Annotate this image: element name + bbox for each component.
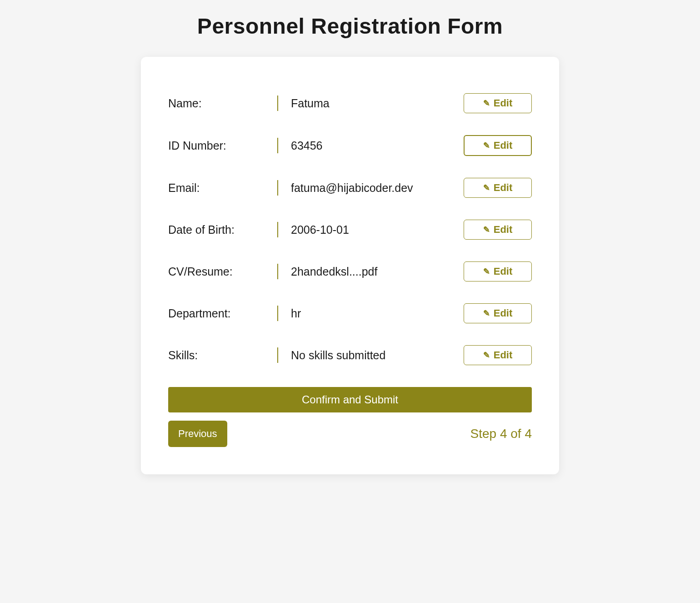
edit-button-label: Edit: [494, 224, 513, 236]
confirm-submit-button[interactable]: Confirm and Submit: [168, 387, 532, 412]
field-label-name: Name:: [168, 97, 277, 110]
edit-button-label: Edit: [494, 307, 513, 319]
field-value-cv: 2handedksl....pdf: [277, 264, 459, 279]
field-row-id: ID Number: 63456 ✎ Edit: [168, 135, 532, 156]
edit-button-id[interactable]: ✎ Edit: [464, 135, 532, 156]
field-row-name: Name: Fatuma ✎ Edit: [168, 93, 532, 113]
field-value-name: Fatuma: [277, 95, 459, 111]
field-value-email: fatuma@hijabicoder.dev: [277, 180, 459, 196]
edit-button-cv[interactable]: ✎ Edit: [464, 261, 532, 281]
pencil-icon: ✎: [483, 266, 490, 276]
edit-button-skills[interactable]: ✎ Edit: [464, 345, 532, 365]
step-indicator: Step 4 of 4: [470, 427, 532, 441]
pencil-icon: ✎: [483, 225, 490, 235]
pencil-icon: ✎: [483, 141, 490, 151]
edit-button-label: Edit: [494, 266, 513, 277]
edit-button-name[interactable]: ✎ Edit: [464, 93, 532, 113]
field-value-dob: 2006-10-01: [277, 222, 459, 237]
field-label-cv: CV/Resume:: [168, 265, 277, 278]
field-value-skills: No skills submitted: [277, 347, 459, 363]
edit-button-email[interactable]: ✎ Edit: [464, 178, 532, 198]
pencil-icon: ✎: [483, 308, 490, 318]
field-row-cv: CV/Resume: 2handedksl....pdf ✎ Edit: [168, 261, 532, 281]
field-value-id: 63456: [277, 138, 459, 153]
form-card: Name: Fatuma ✎ Edit ID Number: 63456 ✎ E…: [141, 57, 559, 474]
field-row-department: Department: hr ✎ Edit: [168, 303, 532, 323]
field-label-skills: Skills:: [168, 349, 277, 362]
footer-row: Previous Step 4 of 4: [168, 421, 532, 447]
field-row-skills: Skills: No skills submitted ✎ Edit: [168, 345, 532, 365]
edit-button-dob[interactable]: ✎ Edit: [464, 220, 532, 240]
pencil-icon: ✎: [483, 183, 490, 193]
edit-button-department[interactable]: ✎ Edit: [464, 303, 532, 323]
field-label-id: ID Number:: [168, 139, 277, 152]
field-label-email: Email:: [168, 181, 277, 195]
pencil-icon: ✎: [483, 350, 490, 360]
field-label-department: Department:: [168, 307, 277, 320]
field-row-email: Email: fatuma@hijabicoder.dev ✎ Edit: [168, 178, 532, 198]
edit-button-label: Edit: [494, 349, 513, 361]
previous-button[interactable]: Previous: [168, 421, 227, 447]
pencil-icon: ✎: [483, 98, 490, 108]
edit-button-label: Edit: [494, 182, 513, 194]
edit-button-label: Edit: [494, 97, 513, 109]
field-label-dob: Date of Birth:: [168, 223, 277, 236]
field-value-department: hr: [277, 306, 459, 321]
field-row-dob: Date of Birth: 2006-10-01 ✎ Edit: [168, 220, 532, 240]
edit-button-label: Edit: [494, 140, 513, 151]
page-title: Personnel Registration Form: [0, 14, 700, 39]
